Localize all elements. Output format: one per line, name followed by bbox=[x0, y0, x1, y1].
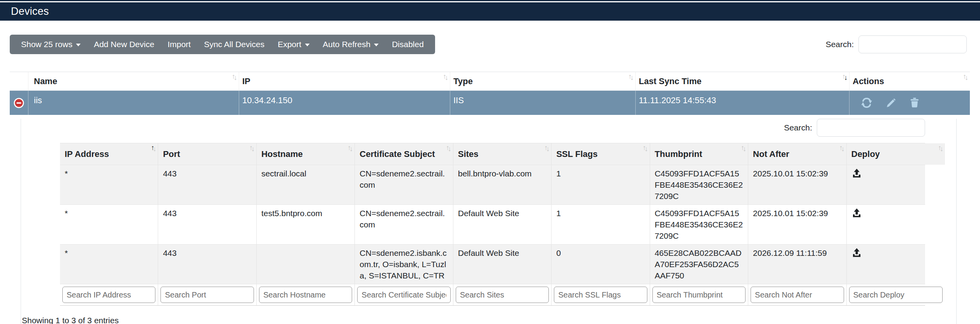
sync-all-devices-button[interactable]: Sync All Devices bbox=[197, 35, 271, 54]
filter-cell bbox=[453, 284, 552, 305]
sites-label: Sites bbox=[458, 149, 479, 159]
column-header-certificate-subject[interactable]: Certificate Subject bbox=[355, 143, 453, 165]
column-header-thumbprint[interactable]: Thumbprint bbox=[650, 143, 748, 165]
bindings-search: Search: bbox=[21, 119, 925, 137]
import-button[interactable]: Import bbox=[161, 35, 197, 54]
column-header-last-sync-label: Last Sync Time bbox=[639, 76, 702, 86]
filter-certificate-subject-input[interactable] bbox=[357, 287, 450, 303]
sort-arrows-icon bbox=[347, 144, 351, 151]
bindings-search-input[interactable] bbox=[817, 119, 925, 137]
filter-hostname-input[interactable] bbox=[259, 287, 352, 303]
column-header-actions-label: Actions bbox=[853, 76, 884, 86]
collapse-row-control[interactable] bbox=[10, 91, 28, 115]
deploy-button[interactable] bbox=[851, 168, 862, 180]
column-header-port[interactable]: Port bbox=[158, 143, 256, 165]
bindings-table-header: IP Address Port Hostname Certificate Sub… bbox=[60, 143, 925, 165]
sort-arrows-icon bbox=[842, 73, 846, 80]
ssl-flags-cell: 0 bbox=[552, 245, 650, 284]
filter-ip-address-input[interactable] bbox=[62, 287, 155, 303]
column-header-name-label: Name bbox=[34, 76, 57, 86]
sort-arrows-icon bbox=[443, 73, 447, 80]
sort-arrows-icon bbox=[628, 73, 632, 80]
thumbprint-cell: 465E28CAB022BCAADA70EF253FA56D2AC5AAF750 bbox=[650, 245, 748, 284]
filter-cell bbox=[355, 284, 453, 305]
filter-not-after-input[interactable] bbox=[751, 287, 844, 303]
dropdown-caret-icon bbox=[305, 44, 310, 46]
column-header-ip[interactable]: IP bbox=[239, 72, 450, 90]
filter-cell bbox=[847, 284, 945, 305]
sort-arrows-icon bbox=[232, 73, 236, 80]
add-new-device-button[interactable]: Add New Device bbox=[87, 35, 161, 54]
filter-cell bbox=[552, 284, 650, 305]
column-header-ip-address[interactable]: IP Address bbox=[60, 143, 158, 165]
filter-ssl-flags-input[interactable] bbox=[554, 287, 647, 303]
column-header-type[interactable]: Type bbox=[450, 72, 636, 90]
filter-thumbprint-input[interactable] bbox=[652, 287, 746, 303]
deploy-label: Deploy bbox=[851, 149, 880, 159]
device-name-cell: iis bbox=[28, 91, 239, 115]
filter-deploy-input[interactable] bbox=[849, 287, 943, 303]
table-info-text: Showing 1 to 3 of 3 entries bbox=[22, 316, 956, 324]
column-header-name[interactable]: Name bbox=[28, 72, 239, 90]
binding-row: * 443 test5.bntpro.com CN=sdeneme2.sectr… bbox=[60, 204, 925, 244]
devices-search-label: Search: bbox=[826, 40, 854, 49]
column-header-ssl-flags[interactable]: SSL Flags bbox=[552, 143, 650, 165]
device-row-iis[interactable]: iis 10.34.24.150 IIS 11.11.2025 14:55:43 bbox=[10, 91, 970, 115]
upload-icon bbox=[851, 247, 862, 258]
bindings-search-label: Search: bbox=[784, 123, 812, 132]
disabled-button[interactable]: Disabled bbox=[385, 35, 430, 54]
filter-cell bbox=[257, 284, 355, 305]
sort-arrows-icon bbox=[643, 144, 647, 151]
ssl-flags-cell: 1 bbox=[552, 165, 650, 204]
device-actions-cell bbox=[850, 91, 970, 115]
not-after-label: Not After bbox=[753, 149, 789, 159]
sites-cell: Default Web Site bbox=[453, 245, 552, 284]
devices-table: Name IP Type Last Sync Time Actions iis bbox=[10, 72, 970, 324]
sync-icon bbox=[861, 97, 872, 108]
devices-search-input[interactable] bbox=[858, 35, 967, 53]
column-header-deploy[interactable]: Deploy bbox=[847, 143, 945, 165]
filter-cell bbox=[60, 284, 158, 305]
edit-device-button[interactable] bbox=[886, 98, 896, 108]
column-header-last-sync-time[interactable]: Last Sync Time bbox=[636, 72, 850, 90]
auto-refresh-label: Auto Refresh bbox=[323, 40, 371, 49]
auto-refresh-button[interactable]: Auto Refresh bbox=[316, 35, 386, 54]
column-header-sites[interactable]: Sites bbox=[453, 143, 552, 165]
filter-port-input[interactable] bbox=[160, 287, 254, 303]
upload-icon bbox=[851, 208, 862, 218]
hostname-cell bbox=[257, 245, 355, 284]
toolbar-row: Show 25 rows Add New Device Import Sync … bbox=[10, 35, 967, 54]
thumbprint-cell: C45093FFD1ACF5A15FBE448E35436CE36E27209C bbox=[650, 205, 748, 244]
show-rows-button[interactable]: Show 25 rows bbox=[14, 35, 87, 54]
pencil-icon bbox=[886, 98, 896, 108]
not-after-cell: 2025.10.01 15:02:39 bbox=[748, 205, 846, 244]
deploy-button[interactable] bbox=[851, 247, 862, 259]
deploy-cell bbox=[847, 165, 945, 204]
device-last-sync-cell: 11.11.2025 14:55:43 bbox=[636, 91, 850, 115]
disabled-label: Disabled bbox=[392, 40, 424, 49]
filter-cell bbox=[748, 284, 846, 305]
deploy-cell bbox=[847, 205, 945, 244]
not-after-cell: 2025.10.01 15:02:39 bbox=[748, 165, 846, 204]
port-cell: 443 bbox=[158, 165, 256, 204]
delete-device-button[interactable] bbox=[909, 97, 920, 108]
sort-arrows-icon bbox=[963, 73, 967, 80]
certificate-subject-label: Certificate Subject bbox=[360, 149, 435, 159]
export-button[interactable]: Export bbox=[271, 35, 316, 54]
sync-device-button[interactable] bbox=[861, 97, 872, 108]
port-cell: 443 bbox=[158, 245, 256, 284]
expand-column-header bbox=[10, 72, 28, 90]
column-header-hostname[interactable]: Hostname bbox=[257, 143, 355, 165]
dropdown-caret-icon bbox=[374, 44, 379, 46]
button-toolbar: Show 25 rows Add New Device Import Sync … bbox=[10, 35, 435, 54]
column-header-not-after[interactable]: Not After bbox=[748, 143, 846, 165]
import-label: Import bbox=[167, 40, 191, 49]
column-header-actions[interactable]: Actions bbox=[850, 72, 970, 90]
ip-address-cell: * bbox=[60, 165, 158, 204]
filter-sites-input[interactable] bbox=[456, 287, 549, 303]
devices-table-header: Name IP Type Last Sync Time Actions bbox=[10, 72, 970, 91]
top-border-line bbox=[0, 0, 980, 1]
deploy-button[interactable] bbox=[851, 208, 862, 219]
binding-row: * 443 CN=sdeneme2.isbank.com.tr, O=isban… bbox=[60, 244, 925, 284]
sort-arrows-icon bbox=[151, 144, 155, 151]
